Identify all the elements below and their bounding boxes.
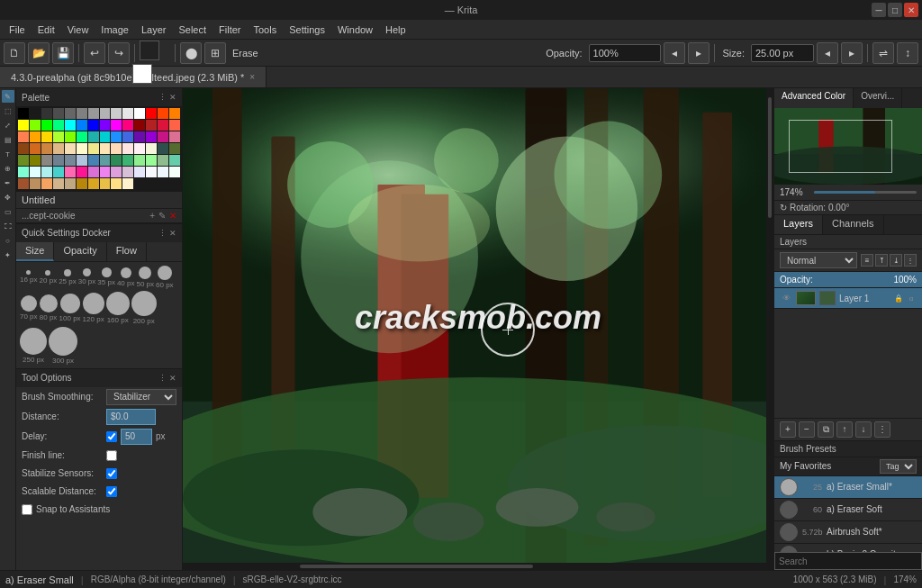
- palette-color-cell[interactable]: [146, 108, 157, 119]
- tab-overview[interactable]: Overvi...: [854, 88, 902, 108]
- brush-size-item[interactable]: 100 px: [59, 294, 81, 322]
- transform-tool-icon[interactable]: ⤢: [2, 119, 14, 131]
- brush-size-item[interactable]: 30 px: [78, 268, 96, 285]
- brush-size-item[interactable]: 300 px: [49, 327, 77, 365]
- palette-color-cell[interactable]: [53, 108, 64, 119]
- palette-color-cell[interactable]: [30, 155, 41, 166]
- add-layer-btn[interactable]: +: [780, 421, 796, 438]
- palette-color-cell[interactable]: [41, 155, 52, 166]
- brush-presets-tag-select[interactable]: Tag: [880, 459, 917, 474]
- delay-input[interactable]: [121, 429, 152, 445]
- menu-select[interactable]: Select: [173, 23, 212, 37]
- file-tab-close-button[interactable]: ×: [249, 72, 255, 82]
- pan-tool-icon[interactable]: ✥: [2, 191, 14, 204]
- distance-input[interactable]: [106, 409, 156, 425]
- palette-color-cell[interactable]: [65, 120, 76, 131]
- tab-size[interactable]: Size: [16, 242, 54, 261]
- select-tool-icon[interactable]: ⬚: [2, 104, 14, 117]
- wrap-btn[interactable]: ↕: [897, 42, 918, 64]
- palette-color-cell[interactable]: [100, 167, 111, 177]
- palette-color-cell[interactable]: [65, 167, 76, 177]
- palette-color-cell[interactable]: [65, 131, 76, 142]
- canvas-scrollbar-thumb[interactable]: [768, 97, 772, 218]
- brush-size-item[interactable]: 50 px: [136, 267, 154, 288]
- palette-color-cell[interactable]: [30, 178, 41, 189]
- palette-color-cell[interactable]: [88, 108, 99, 119]
- tab-channels[interactable]: Channels: [823, 215, 883, 234]
- tab-advanced-color[interactable]: Advanced Color: [774, 88, 854, 108]
- brush-size-item[interactable]: 16 px: [20, 270, 38, 284]
- palette-color-cell[interactable]: [122, 143, 133, 154]
- brush-add-btn[interactable]: +: [149, 211, 155, 221]
- palette-color-cell[interactable]: [77, 120, 87, 131]
- layer-more-btn[interactable]: ⋮: [874, 421, 890, 438]
- palette-color-cell[interactable]: [65, 143, 76, 154]
- brush-size-item[interactable]: 35 px: [97, 267, 115, 286]
- palette-color-cell[interactable]: [100, 155, 111, 166]
- palette-color-cell[interactable]: [169, 108, 180, 119]
- menu-file[interactable]: File: [4, 23, 31, 37]
- palette-color-cell[interactable]: [158, 143, 168, 154]
- brush-size-item[interactable]: 70 px: [20, 295, 38, 321]
- palette-color-cell[interactable]: [65, 178, 76, 189]
- palette-color-cell[interactable]: [134, 155, 145, 166]
- tab-flow[interactable]: Flow: [107, 242, 147, 261]
- palette-color-cell[interactable]: [53, 120, 64, 131]
- mirror-btn[interactable]: ⇌: [872, 42, 894, 64]
- brush-size-item[interactable]: 25 px: [59, 269, 77, 285]
- brush-preset-item[interactable]: 60a) Eraser Soft: [774, 499, 922, 521]
- stabilize-sensors-checkbox[interactable]: [106, 468, 117, 479]
- open-button[interactable]: 📂: [28, 42, 50, 64]
- palette-color-cell[interactable]: [100, 108, 111, 119]
- layer-item[interactable]: 👁 Layer 1 🔒 α: [774, 288, 922, 309]
- brush-tool-btn[interactable]: ⬤: [180, 42, 202, 64]
- blend-icon-1[interactable]: ≡: [861, 254, 873, 267]
- palette-color-cell[interactable]: [77, 108, 87, 119]
- palette-color-cell[interactable]: [146, 120, 157, 131]
- palette-color-cell[interactable]: [30, 143, 41, 154]
- text-tool-icon[interactable]: T: [2, 148, 14, 160]
- palette-color-cell[interactable]: [18, 178, 29, 189]
- palette-color-cell[interactable]: [18, 120, 29, 131]
- palette-color-cell[interactable]: [100, 120, 111, 131]
- blend-icon-4[interactable]: ⋮: [904, 254, 917, 267]
- palette-color-cell[interactable]: [134, 131, 145, 142]
- palette-color-cell[interactable]: [111, 167, 122, 177]
- palette-close-btn[interactable]: ✕: [169, 93, 176, 102]
- palette-color-cell[interactable]: [111, 131, 122, 142]
- palette-color-cell[interactable]: [111, 120, 122, 131]
- brush-del-btn[interactable]: ✕: [169, 211, 176, 221]
- palette-color-cell[interactable]: [122, 108, 133, 119]
- move-layer-down-btn[interactable]: ↓: [855, 421, 872, 438]
- layer-lock-icon[interactable]: 🔒: [893, 293, 904, 303]
- blend-mode-select[interactable]: Normal Multiply Screen: [780, 252, 857, 268]
- palette-color-cell[interactable]: [169, 155, 180, 166]
- size-input[interactable]: [751, 44, 814, 62]
- fill-tool-icon[interactable]: ▤: [2, 133, 14, 146]
- palette-color-cell[interactable]: [88, 120, 99, 131]
- opacity-input[interactable]: [589, 44, 661, 62]
- palette-color-cell[interactable]: [88, 167, 99, 177]
- palette-color-cell[interactable]: [53, 155, 64, 166]
- palette-color-cell[interactable]: [134, 108, 145, 119]
- color-swatches[interactable]: [140, 41, 170, 66]
- palette-color-cell[interactable]: [111, 178, 122, 189]
- size-up-btn[interactable]: ▸: [841, 42, 863, 64]
- palette-color-cell[interactable]: [41, 167, 52, 177]
- layer-alpha-icon[interactable]: α: [906, 293, 917, 303]
- quick-settings-close-btn[interactable]: ✕: [169, 229, 176, 238]
- brush-preset-item[interactable]: 25a) Eraser Small*: [774, 476, 922, 499]
- palette-color-cell[interactable]: [100, 143, 111, 154]
- palette-color-cell[interactable]: [53, 178, 64, 189]
- palette-color-cell[interactable]: [134, 143, 145, 154]
- canvas-area[interactable]: cracksmob.com: [183, 88, 773, 570]
- save-button[interactable]: 💾: [52, 42, 74, 64]
- palette-color-cell[interactable]: [65, 108, 76, 119]
- palette-color-cell[interactable]: [158, 108, 168, 119]
- palette-color-cell[interactable]: [111, 143, 122, 154]
- menu-filter[interactable]: Filter: [213, 23, 246, 37]
- move-layer-up-btn[interactable]: ↑: [836, 421, 853, 438]
- palette-color-cell[interactable]: [122, 131, 133, 142]
- brush-preset-item[interactable]: 40b) Basic-2 Opacity: [774, 544, 922, 553]
- crop-tool-icon[interactable]: ⛶: [2, 220, 14, 232]
